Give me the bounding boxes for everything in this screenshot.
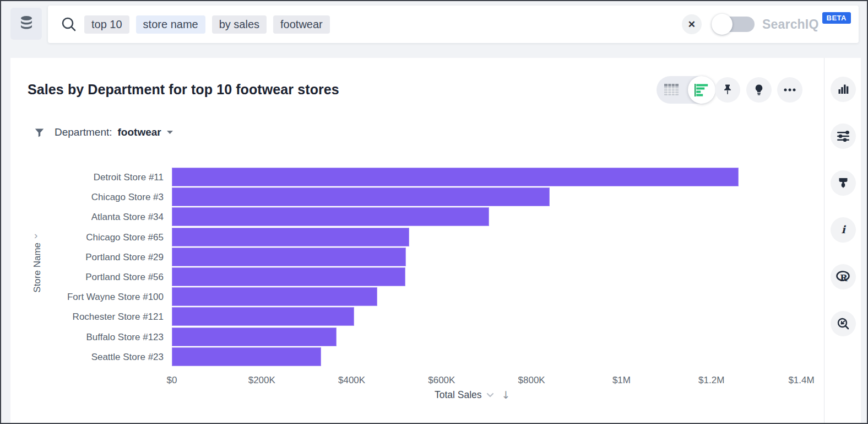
bar-buffalo-store-123[interactable]: [172, 328, 337, 346]
chart-view-icon[interactable]: [688, 76, 715, 104]
search-token[interactable]: top 10: [84, 15, 129, 34]
more-options-button[interactable]: [777, 77, 802, 103]
x-axis-tick: $0: [167, 375, 177, 386]
view-toggle[interactable]: [657, 76, 715, 104]
chevron-down-icon[interactable]: [166, 130, 173, 135]
y-axis-label: Portland Store #56: [85, 267, 164, 287]
answer-title: Sales by Department for top 10 footwear …: [28, 82, 339, 98]
column-chart-button[interactable]: [831, 77, 856, 102]
sort-descending-icon[interactable]: ↓: [502, 389, 511, 401]
drill-search-icon: [837, 317, 850, 330]
bar-rochester-store-121[interactable]: [172, 307, 354, 326]
filter-funnel-icon: [34, 127, 45, 138]
bar-portland-store-56[interactable]: [172, 267, 405, 286]
search-token[interactable]: store name: [136, 15, 205, 34]
search-icon: [60, 15, 78, 33]
y-axis-label: Chicago Store #65: [86, 228, 164, 248]
table-view-icon[interactable]: [664, 84, 679, 98]
x-axis-ticks: $0$200K$400K$600K$800K$1M$1.2M$1.4M: [172, 375, 811, 388]
answer-sidebar: iR: [824, 58, 861, 423]
paintbrush-button[interactable]: [831, 170, 856, 196]
clear-search-button[interactable]: ✕: [682, 14, 702, 34]
pin-icon: [721, 83, 734, 96]
lightbulb-icon: [752, 83, 766, 96]
y-axis-label: Atlanta Store #34: [91, 207, 164, 227]
searchbar-controls: ✕ SearchIQ BETA: [682, 14, 851, 34]
y-axis-label: Rochester Store #121: [73, 307, 164, 327]
y-axis-label: Detroit Store #11: [94, 168, 164, 187]
bar-chart-plot: [172, 168, 801, 367]
answer-card: Sales by Department for top 10 footwear …: [10, 58, 861, 423]
searchiq-toggle[interactable]: [714, 17, 755, 32]
bar-chicago-store-65[interactable]: [172, 228, 409, 246]
svg-text:i: i: [841, 223, 846, 235]
axis-menu-chevron-icon[interactable]: [486, 393, 494, 398]
search-token-row: top 10store nameby salesfootwear: [84, 15, 330, 34]
filter-row: Department: footwear: [34, 126, 173, 138]
data-source-button[interactable]: [10, 8, 42, 40]
x-axis-tick: $1.2M: [698, 375, 724, 386]
info-button[interactable]: i: [831, 217, 856, 243]
x-axis-title-row: Total Sales ↓: [435, 389, 511, 401]
x-axis-tick: $400K: [338, 375, 365, 386]
svg-text:R: R: [840, 273, 848, 283]
bar-detroit-store-11[interactable]: [172, 168, 739, 186]
y-axis-label: Seattle Store #23: [91, 347, 164, 367]
pin-button[interactable]: [715, 77, 740, 103]
x-axis-tick: $1M: [612, 375, 631, 386]
paintbrush-icon: [837, 176, 850, 190]
r-analytics-icon: R: [836, 270, 851, 283]
filter-value[interactable]: footwear: [118, 126, 161, 138]
database-icon: [19, 15, 34, 32]
search-token[interactable]: footwear: [273, 15, 330, 34]
bar-seattle-store-23[interactable]: [172, 347, 321, 366]
configure-sliders-button[interactable]: [831, 124, 856, 149]
x-axis-tick: $800K: [518, 375, 545, 386]
r-analytics-button[interactable]: R: [831, 264, 856, 289]
search-input[interactable]: top 10store nameby salesfootwear ✕ Searc…: [48, 6, 859, 43]
y-axis-label: Chicago Store #3: [91, 187, 164, 207]
y-axis-label: Buffalo Store #123: [86, 328, 164, 347]
searchiq-label: SearchIQ: [762, 17, 819, 32]
ellipsis-icon: [783, 83, 797, 96]
searchiq-toggle-knob[interactable]: [712, 14, 733, 35]
x-axis-tick: $600K: [428, 375, 455, 386]
drill-search-button[interactable]: [831, 311, 856, 336]
x-axis-tick: $200K: [248, 375, 275, 386]
y-axis-labels: Detroit Store #11Chicago Store #3Atlanta…: [10, 168, 164, 367]
bar-atlanta-store-34[interactable]: [172, 207, 489, 226]
y-axis-label: Fort Wayne Store #100: [67, 287, 164, 307]
top-search-bar: top 10store nameby salesfootwear ✕ Searc…: [10, 6, 859, 43]
bar-fort-wayne-store-100[interactable]: [172, 287, 377, 306]
search-token[interactable]: by sales: [212, 15, 267, 34]
filter-label: Department:: [55, 126, 112, 138]
insights-button[interactable]: [746, 77, 772, 103]
info-icon: i: [837, 223, 850, 237]
x-axis-title[interactable]: Total Sales: [435, 389, 482, 401]
x-axis-tick: $1.4M: [788, 375, 814, 386]
column-chart-icon: [837, 83, 850, 96]
bar-portland-store-29[interactable]: [172, 248, 406, 266]
beta-badge: BETA: [822, 12, 851, 24]
configure-sliders-icon: [837, 130, 850, 143]
y-axis-label: Portland Store #29: [85, 248, 164, 267]
bar-chicago-store-3[interactable]: [172, 187, 550, 206]
